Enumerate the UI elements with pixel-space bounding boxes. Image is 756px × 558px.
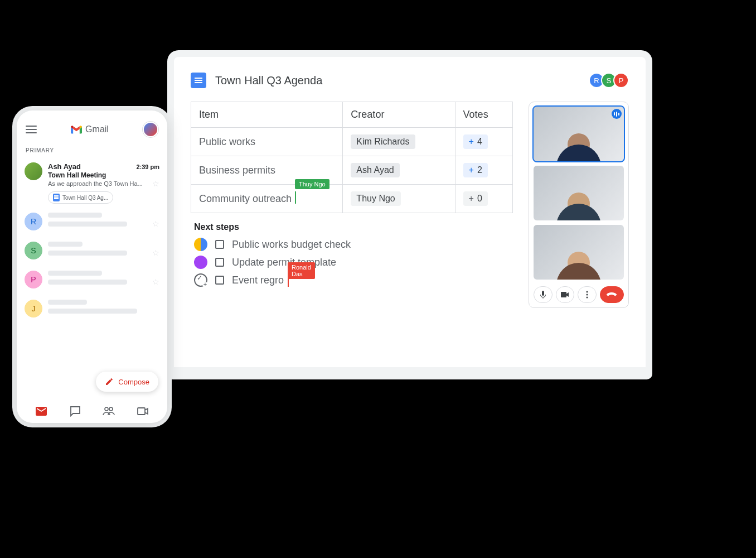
meet-participant-tile[interactable] bbox=[534, 107, 624, 161]
meet-participant-tile[interactable] bbox=[534, 166, 624, 220]
creator-chip[interactable]: Kim Richards bbox=[351, 134, 415, 149]
cell-creator[interactable]: Ash Ayad bbox=[343, 156, 455, 185]
cell-creator[interactable]: Thuy Ngo bbox=[343, 185, 455, 213]
plus-icon: + bbox=[469, 194, 474, 204]
cell-votes[interactable]: +2 bbox=[455, 156, 512, 185]
compose-button[interactable]: Compose bbox=[96, 372, 158, 392]
assignee-avatar[interactable] bbox=[194, 238, 207, 251]
email-preview: As we approach the Q3 Town Ha... bbox=[48, 180, 143, 187]
cell-creator[interactable]: Kim Richards bbox=[343, 128, 455, 156]
star-icon[interactable]: ☆ bbox=[152, 248, 159, 257]
assign-icon[interactable] bbox=[194, 273, 207, 287]
cell-item[interactable]: Community outreach Thuy Ngo bbox=[191, 185, 343, 213]
assignee-avatar[interactable] bbox=[194, 256, 207, 269]
vote-chip[interactable]: +4 bbox=[463, 134, 488, 149]
cell-votes[interactable]: +4 bbox=[455, 128, 512, 156]
google-docs-icon bbox=[191, 73, 206, 88]
more-options-button[interactable] bbox=[578, 286, 597, 303]
star-icon[interactable]: ☆ bbox=[152, 219, 159, 228]
attachment-chip[interactable]: Town Hall Q3 Ag... bbox=[48, 191, 113, 204]
table-row[interactable]: Business permits Ash Ayad +2 bbox=[191, 156, 513, 185]
doc-main: Item Creator Votes Public works Kim Rich… bbox=[191, 102, 513, 308]
table-row[interactable]: Community outreach Thuy Ngo Thuy Ngo +0 bbox=[191, 185, 513, 213]
hamburger-menu-icon[interactable] bbox=[26, 126, 37, 133]
sender-avatar-placeholder: P bbox=[25, 271, 42, 288]
email-skeleton-item[interactable]: R ☆ bbox=[25, 207, 159, 236]
collaborator-cursor-tag: Ronald Das bbox=[288, 262, 315, 279]
vote-chip[interactable]: +2 bbox=[463, 163, 488, 177]
sender-avatar-placeholder: R bbox=[25, 213, 42, 230]
nav-mail-icon[interactable] bbox=[35, 405, 47, 417]
pencil-icon bbox=[105, 377, 114, 386]
agenda-table[interactable]: Item Creator Votes Public works Kim Rich… bbox=[191, 102, 513, 213]
doc-title[interactable]: Town Hall Q3 Agenda bbox=[215, 74, 322, 87]
email-subject: Town Hall Meeting bbox=[48, 171, 159, 179]
doc-header: Town Hall Q3 Agenda R S P bbox=[191, 73, 629, 88]
step-row[interactable]: Public works budget check bbox=[194, 238, 513, 251]
header-votes: Votes bbox=[455, 102, 512, 128]
meet-controls bbox=[534, 286, 624, 303]
hangup-button[interactable] bbox=[600, 286, 624, 303]
svg-point-4 bbox=[109, 407, 113, 411]
meet-participant-tile[interactable] bbox=[534, 225, 624, 280]
sender-avatar-placeholder: J bbox=[25, 300, 42, 318]
email-skeleton-item[interactable]: S ☆ bbox=[25, 236, 159, 265]
table-header-row: Item Creator Votes bbox=[191, 102, 513, 128]
nav-meet-icon[interactable] bbox=[137, 405, 149, 417]
cell-votes[interactable]: +0 bbox=[455, 185, 512, 213]
speaking-indicator-icon bbox=[612, 109, 622, 119]
phone-bottom-nav bbox=[25, 401, 159, 417]
header-item: Item bbox=[191, 102, 343, 128]
step-text[interactable]: Public works budget check bbox=[232, 239, 351, 251]
laptop-device: Town Hall Q3 Agenda R S P Item Creator V… bbox=[167, 50, 652, 379]
plus-icon: + bbox=[469, 137, 474, 147]
nav-spaces-icon[interactable] bbox=[103, 405, 115, 417]
step-text[interactable]: Event regro Ronald Das bbox=[232, 275, 284, 286]
email-list-item[interactable]: Ash Ayad 2:39 pm Town Hall Meeting As we… bbox=[25, 159, 159, 207]
creator-chip[interactable]: Thuy Ngo bbox=[351, 191, 400, 206]
mic-button[interactable] bbox=[534, 286, 553, 303]
camera-button[interactable] bbox=[556, 286, 575, 303]
cell-item[interactable]: Public works bbox=[191, 128, 343, 156]
sender-avatar bbox=[25, 162, 42, 180]
email-sender: Ash Ayad bbox=[48, 162, 81, 171]
email-body: Ash Ayad 2:39 pm Town Hall Meeting As we… bbox=[48, 162, 159, 204]
star-icon[interactable]: ☆ bbox=[152, 179, 159, 188]
creator-chip[interactable]: Ash Ayad bbox=[351, 163, 399, 177]
gmail-brand-text: Gmail bbox=[85, 124, 109, 134]
attachment-name: Town Hall Q3 Ag... bbox=[62, 195, 108, 201]
next-steps-heading: Next steps bbox=[194, 222, 513, 232]
inbox-category-label: PRIMARY bbox=[26, 147, 159, 153]
checkbox[interactable] bbox=[215, 276, 224, 285]
email-skeleton-item[interactable]: J bbox=[25, 294, 159, 323]
profile-avatar[interactable] bbox=[143, 122, 158, 137]
svg-point-3 bbox=[105, 407, 108, 411]
phone-header: Gmail bbox=[25, 119, 159, 144]
checkbox[interactable] bbox=[215, 258, 224, 267]
collaborator-cursor bbox=[295, 191, 296, 204]
email-skeleton-item[interactable]: P ☆ bbox=[25, 265, 159, 294]
star-icon[interactable]: ☆ bbox=[152, 277, 159, 286]
gmail-logo-icon bbox=[71, 125, 82, 134]
compose-label: Compose bbox=[118, 378, 149, 386]
meet-panel bbox=[529, 102, 629, 308]
nav-chat-icon[interactable] bbox=[69, 405, 81, 417]
svg-point-2 bbox=[587, 297, 588, 299]
phone-device: Gmail PRIMARY Ash Ayad 2:39 pm Town Hall… bbox=[17, 110, 167, 423]
step-text[interactable]: Update permit template bbox=[232, 257, 336, 268]
step-row[interactable]: Event regro Ronald Das bbox=[194, 273, 513, 287]
table-row[interactable]: Public works Kim Richards +4 bbox=[191, 128, 513, 156]
header-creator: Creator bbox=[343, 102, 455, 128]
step-row[interactable]: Update permit template bbox=[194, 256, 513, 269]
gmail-brand: Gmail bbox=[71, 124, 109, 134]
checkbox[interactable] bbox=[215, 240, 224, 249]
svg-point-1 bbox=[587, 294, 588, 296]
doc-title-wrap: Town Hall Q3 Agenda bbox=[191, 73, 322, 88]
doc-body: Item Creator Votes Public works Kim Rich… bbox=[191, 102, 629, 308]
collaborator-avatar[interactable]: P bbox=[613, 73, 629, 88]
collaborator-avatars: R S P bbox=[592, 73, 629, 88]
collaborator-cursor-tag: Thuy Ngo bbox=[295, 179, 329, 189]
sender-avatar-placeholder: S bbox=[25, 242, 42, 259]
vote-chip[interactable]: +0 bbox=[463, 191, 488, 206]
svg-point-0 bbox=[587, 291, 588, 293]
